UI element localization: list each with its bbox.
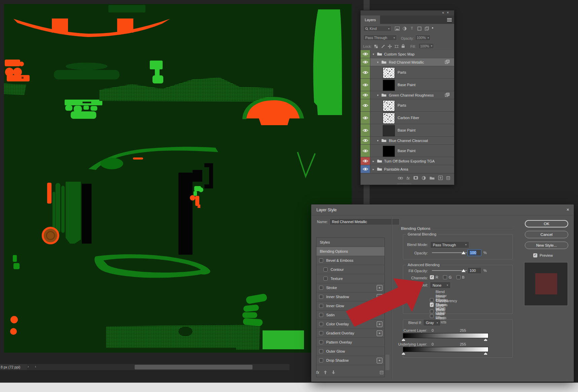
visibility-eye-icon[interactable]	[361, 50, 370, 58]
lock-transparency-icon[interactable]	[373, 44, 379, 49]
layer-row[interactable]: Carbon Fiber	[361, 112, 454, 124]
new-layer-icon[interactable]	[438, 176, 443, 181]
fill-slider-thumb[interactable]	[461, 269, 466, 273]
scroll-left-icon[interactable]: ‹	[35, 365, 36, 368]
filter-type-icon[interactable]: T	[409, 26, 415, 31]
preview-checkbox[interactable]	[533, 253, 537, 257]
opacity-slider-thumb[interactable]	[461, 251, 466, 255]
layer-thumbnail[interactable]	[383, 125, 395, 136]
style-item-bevel-emboss[interactable]: Bevel & Emboss	[316, 256, 384, 265]
chevron-down-icon[interactable]: ▾	[377, 61, 379, 64]
fill-value-field[interactable]: 100	[468, 267, 481, 274]
layer-row[interactable]: Base Paint	[361, 145, 454, 157]
style-item-stroke[interactable]: Stroke+	[316, 283, 384, 292]
current-layer-gradient[interactable]	[403, 333, 488, 338]
style-checkbox[interactable]	[324, 277, 328, 281]
visibility-eye-icon[interactable]	[361, 79, 370, 91]
add-effect-icon[interactable]: fx	[316, 370, 319, 375]
style-item-pattern-overlay[interactable]: Pattern Overlay	[316, 338, 384, 347]
visibility-eye-icon[interactable]	[361, 145, 370, 157]
filter-shape-icon[interactable]	[416, 26, 422, 31]
lock-pixels-icon[interactable]	[380, 44, 386, 49]
dialog-close-icon[interactable]: ×	[567, 207, 569, 212]
layer-group-row[interactable]: ▾Blue Channel Clearcoat	[361, 137, 454, 145]
layer-row[interactable]: Parts	[361, 99, 454, 112]
add-instance-icon[interactable]: +	[377, 285, 382, 291]
collapse-panel-icon[interactable]: «	[442, 11, 447, 14]
channel-b-checkbox[interactable]	[456, 275, 461, 279]
style-checkbox[interactable]	[319, 304, 323, 308]
close-panel-icon[interactable]: ×	[447, 11, 451, 14]
layer-mask-icon[interactable]	[413, 176, 418, 180]
delete-effect-icon[interactable]	[380, 370, 383, 375]
style-item-drop-shadow[interactable]: Drop Shadow+	[316, 356, 384, 365]
style-item-gradient-overlay[interactable]: Gradient Overlay+	[316, 329, 384, 338]
style-checkbox[interactable]	[319, 295, 323, 299]
chevron-down-icon[interactable]: ▾	[377, 94, 379, 97]
visibility-eye-icon[interactable]	[361, 99, 370, 111]
visibility-eye-icon[interactable]	[361, 124, 370, 136]
add-instance-icon[interactable]: +	[377, 294, 382, 300]
current-black-handle[interactable]	[401, 338, 406, 342]
layer-thumbnail[interactable]	[383, 80, 395, 91]
ok-button[interactable]: OK	[525, 220, 568, 227]
layer-group-row[interactable]: ▾Custom Spec Map	[361, 50, 454, 58]
new-style-button[interactable]: New Style...	[525, 242, 568, 249]
layer-thumbnail[interactable]	[383, 146, 395, 157]
underlying-layer-gradient[interactable]	[403, 347, 488, 352]
dialog-titlebar[interactable]: Layer Style ×	[312, 205, 573, 215]
layer-group-row[interactable]: ▾Green Channel Roughness	[361, 91, 454, 99]
name-input[interactable]: Red Channel Metallic	[330, 218, 400, 225]
visibility-eye-icon[interactable]	[361, 112, 370, 124]
layer-thumbnail[interactable]	[383, 67, 395, 78]
filter-adjustment-icon[interactable]	[402, 26, 407, 31]
style-checkbox[interactable]	[319, 258, 323, 262]
layer-group-row[interactable]: ▸Turn Off Before Exporting TGA	[361, 157, 454, 165]
panel-resize-grip[interactable]	[398, 183, 411, 184]
style-item-inner-glow[interactable]: Inner Glow	[316, 301, 384, 311]
layer-effects-icon[interactable]: fx	[407, 176, 410, 181]
style-checkbox[interactable]	[319, 349, 323, 353]
style-item-inner-shadow[interactable]: Inner Shadow+	[316, 292, 384, 301]
add-instance-icon[interactable]: +	[377, 358, 382, 363]
visibility-eye-icon[interactable]	[361, 137, 370, 144]
visibility-eye-icon[interactable]	[361, 58, 370, 66]
layer-row[interactable]: Base Paint	[361, 79, 454, 91]
status-next-icon[interactable]: ›	[28, 365, 29, 368]
filter-smart-object-icon[interactable]	[424, 26, 430, 31]
new-group-icon[interactable]	[430, 176, 435, 180]
cancel-button[interactable]: Cancel	[525, 231, 568, 238]
tab-layers[interactable]: Layers	[361, 15, 380, 24]
option-checkbox[interactable]	[430, 314, 434, 318]
style-checkbox[interactable]	[319, 358, 323, 362]
style-item-texture[interactable]: Texture	[316, 274, 384, 283]
move-effect-up-icon[interactable]	[324, 370, 327, 375]
layer-thumbnail[interactable]	[383, 100, 395, 111]
horizontal-scrollbar-thumb[interactable]	[135, 365, 252, 369]
style-item-contour[interactable]: Contour	[316, 265, 384, 274]
move-effect-down-icon[interactable]	[332, 370, 335, 375]
blend-if-select[interactable]: Gray▾	[423, 319, 441, 326]
adjustment-layer-icon[interactable]	[422, 176, 426, 181]
style-checkbox[interactable]	[319, 340, 323, 344]
channel-g-checkbox[interactable]	[443, 275, 447, 279]
add-instance-icon[interactable]: +	[377, 330, 382, 336]
layer-thumbnail[interactable]	[383, 113, 395, 124]
blend-mode-dropdown[interactable]: Pass Through▾	[363, 35, 397, 41]
channel-r-checkbox[interactable]	[430, 275, 434, 279]
layer-row[interactable]: Base Paint	[361, 124, 454, 137]
opacity-field[interactable]: 100%▾	[415, 35, 431, 41]
add-instance-icon[interactable]: +	[377, 321, 382, 327]
underlying-white-handle[interactable]	[483, 352, 488, 356]
link-layers-icon[interactable]	[398, 176, 403, 180]
style-item-satin[interactable]: Satin	[316, 311, 384, 320]
style-item-blending-options[interactable]: Blending Options	[316, 247, 384, 256]
style-item-outer-glow[interactable]: Outer Glow	[316, 347, 384, 356]
visibility-eye-icon[interactable]	[361, 91, 370, 99]
lock-artboard-icon[interactable]	[394, 44, 399, 49]
underlying-black-handle[interactable]	[401, 352, 406, 356]
style-checkbox[interactable]	[324, 268, 328, 272]
layer-group-row[interactable]: ▸Paintable Area	[361, 165, 454, 173]
style-item-color-overlay[interactable]: Color Overlay+	[316, 320, 384, 329]
layer-group-row[interactable]: ▾Red Channel Metallic	[361, 58, 454, 66]
